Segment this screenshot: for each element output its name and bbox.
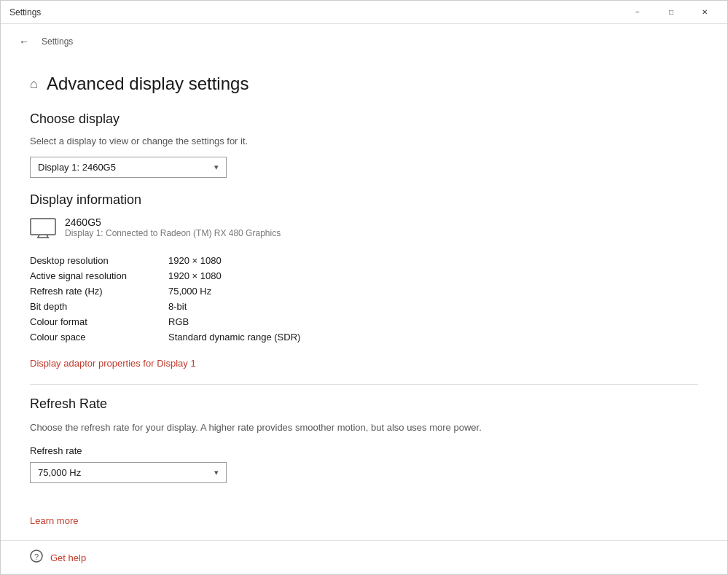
info-label: Refresh rate (Hz) [30, 286, 168, 297]
title-bar-left: Settings [9, 7, 41, 17]
display-device-row: 2460G5 Display 1: Connected to Radeon (T… [30, 216, 698, 241]
info-label: Colour space [30, 332, 168, 343]
home-icon[interactable]: ⌂ [30, 77, 38, 92]
info-row: Bit depth8-bit [30, 299, 698, 314]
display-dropdown-value: Display 1: 2460G5 [38, 162, 116, 173]
info-value: 8-bit [168, 301, 187, 312]
page-header: ⌂ Advanced display settings [30, 74, 698, 94]
info-value: Standard dynamic range (SDR) [168, 332, 300, 343]
choose-display-section: Choose display Select a display to view … [30, 112, 698, 178]
display-info-title: Display information [30, 192, 698, 208]
choose-display-desc: Select a display to view or change the s… [30, 136, 698, 146]
page-title: Advanced display settings [47, 74, 249, 94]
info-table: Desktop resolution1920 × 1080Active sign… [30, 253, 698, 345]
info-row: Colour formatRGB [30, 314, 698, 329]
refresh-rate-desc: Choose the refresh rate for your display… [30, 421, 698, 435]
info-row: Colour spaceStandard dynamic range (SDR) [30, 329, 698, 345]
info-label: Desktop resolution [30, 255, 168, 266]
refresh-rate-label: Refresh rate [30, 445, 698, 456]
info-row: Refresh rate (Hz)75,000 Hz [30, 283, 698, 299]
svg-text:?: ? [34, 552, 39, 561]
info-label: Active signal resolution [30, 270, 168, 281]
info-value: 1920 × 1080 [168, 270, 222, 281]
content-area: ← Settings ⌂ Advanced display settings C… [1, 24, 727, 574]
info-value: 75,000 Hz [168, 286, 211, 297]
info-row: Active signal resolution1920 × 1080 [30, 268, 698, 283]
maximize-button[interactable]: □ [654, 1, 688, 24]
refresh-dropdown-wrapper: 75,000 Hz ▾ [30, 462, 698, 483]
info-row: Desktop resolution1920 × 1080 [30, 253, 698, 268]
get-help-link[interactable]: Get help [50, 552, 86, 563]
adapter-properties-link[interactable]: Display adaptor properties for Display 1 [30, 358, 196, 369]
display-dropdown-wrapper: Display 1: 2460G5 ▾ [30, 157, 698, 178]
learn-more-link[interactable]: Learn more [30, 515, 78, 526]
refresh-dropdown-value: 75,000 Hz [38, 467, 81, 478]
divider [30, 384, 698, 385]
close-button[interactable]: ✕ [688, 1, 721, 24]
monitor-icon [30, 218, 56, 241]
chevron-down-icon: ▾ [214, 163, 219, 172]
info-value: RGB [168, 316, 189, 327]
minimize-button[interactable]: − [621, 1, 654, 24]
window: Settings − □ ✕ ← Settings ⌂ Advanced dis… [0, 0, 728, 575]
nav-app-title: Settings [42, 36, 73, 47]
device-info: 2460G5 Display 1: Connected to Radeon (T… [65, 216, 281, 238]
choose-display-title: Choose display [30, 112, 698, 127]
app-title: Settings [9, 7, 41, 17]
main-content: ⌂ Advanced display settings Choose displ… [1, 59, 727, 540]
display-dropdown[interactable]: Display 1: 2460G5 ▾ [30, 157, 227, 178]
title-bar: Settings − □ ✕ [1, 1, 727, 24]
info-value: 1920 × 1080 [168, 255, 222, 266]
device-subtitle: Display 1: Connected to Radeon (TM) RX 4… [65, 228, 281, 238]
refresh-rate-title: Refresh Rate [30, 396, 698, 412]
info-label: Colour format [30, 316, 168, 327]
footer-area: ? Get help [1, 540, 727, 574]
back-button[interactable]: ← [12, 30, 36, 53]
nav-bar: ← Settings [1, 24, 727, 59]
refresh-rate-section: Refresh Rate Choose the refresh rate for… [30, 396, 698, 527]
chevron-down-icon-refresh: ▾ [214, 468, 219, 477]
title-bar-controls: − □ ✕ [621, 1, 721, 24]
device-name: 2460G5 [65, 216, 281, 228]
display-info-section: Display information 2460G5 Display 1: Co… [30, 192, 698, 369]
svg-rect-0 [31, 219, 55, 235]
info-label: Bit depth [30, 301, 168, 312]
refresh-dropdown[interactable]: 75,000 Hz ▾ [30, 462, 227, 483]
help-icon: ? [30, 549, 43, 566]
